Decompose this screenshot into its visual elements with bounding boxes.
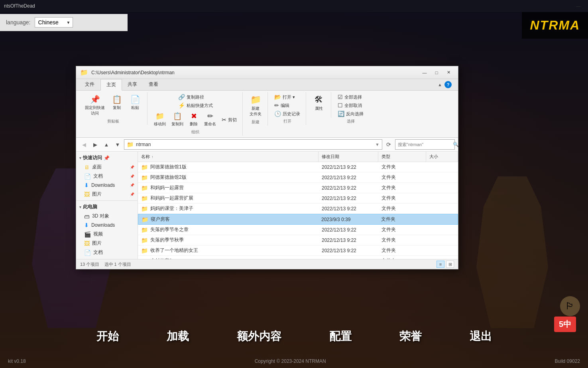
ribbon-collapse-icon[interactable]: ▲ [438, 82, 442, 87]
address-bar[interactable]: 📁 ntrman ▼ [124, 139, 382, 150]
ribbon-group-props: 🛠 属性 [307, 92, 331, 118]
file-row-3[interactable]: 📁 和妈妈一起露营 2022/12/13 9:22 文件夹 [138, 183, 458, 193]
ntrman-logo: NTRMA [522, 12, 588, 39]
file-date-6: 2023/9/3 0:39 [318, 215, 378, 224]
view-details-button[interactable]: ≡ [437, 261, 444, 268]
search-input[interactable] [398, 142, 453, 147]
menu-item-start[interactable]: 开始 [96, 329, 119, 344]
ribbon-tab-share[interactable]: 共享 [122, 79, 143, 90]
sidebar-item-desktop[interactable]: 🖥 桌面 📌 [76, 162, 138, 172]
flag-icon[interactable]: 🏳 [560, 296, 580, 316]
select-none-icon: ☐ [338, 102, 343, 109]
version-label: kit v0.18 [8, 358, 26, 364]
ribbon-btn-edit[interactable]: ✏ 编辑 [272, 101, 303, 109]
nav-up-button[interactable]: ▲ [102, 140, 111, 149]
sort-arrow-icon: ↑ [151, 155, 153, 159]
nav-forward-button[interactable]: ▶ [90, 140, 100, 149]
ribbon-btn-pin[interactable]: 📌 固定到快速访问 [83, 93, 107, 118]
file-row-2[interactable]: 📁 阿德莱德旅馆2版 2022/12/13 9:22 文件夹 [138, 172, 458, 183]
ribbon-btn-copy-to[interactable]: 📋 复制到 [169, 110, 186, 129]
sidebar-documents-label: 文档 [93, 173, 103, 180]
window-minimize-button[interactable]: — [419, 68, 430, 77]
view-large-icons-button[interactable]: ⊞ [446, 261, 454, 268]
ribbon-btn-new-folder[interactable]: 📁 新建文件夹 [247, 93, 264, 119]
sidebar-item-videos[interactable]: 🎬 视频 [76, 230, 138, 239]
sidebar-item-downloads-pc[interactable]: ⬇ Downloads [76, 221, 138, 230]
sidebar-item-documents-pc[interactable]: 📄 文档 [76, 248, 138, 257]
ribbon-btn-select-all[interactable]: ☑ 全部选择 [335, 93, 366, 101]
sidebar-section-quick-access[interactable]: ▾ 快速访问 📌 [76, 153, 138, 162]
menu-item-achievements[interactable]: 荣誉 [399, 329, 422, 344]
ribbon-btn-open[interactable]: 📂 打开 ▾ [272, 93, 303, 101]
file-row-6[interactable]: 📁 寝户房客 2023/9/3 0:39 文件夹 [138, 214, 458, 225]
ribbon-tab-file[interactable]: 文件 [79, 79, 100, 90]
pictures-pc-icon: 🖼 [84, 240, 90, 247]
sidebar-item-pictures[interactable]: 🖼 图片 📌 [76, 190, 138, 199]
ribbon-btn-copy[interactable]: 📋 复制 [108, 93, 126, 118]
col-header-type[interactable]: 类型 [378, 152, 426, 162]
file-row-9[interactable]: 📁 收养了一个地精的女王 2022/12/13 9:22 文件夹 [138, 245, 458, 256]
copy-icon: 📋 [112, 95, 122, 104]
bottom-status: kit v0.18 Copyright © 2023-2024 NTRMAN B… [0, 358, 588, 364]
language-selector: language: Chinese English Japanese [0, 14, 128, 31]
ribbon-btn-delete[interactable]: ✖ 删除 [187, 110, 201, 129]
file-row-7[interactable]: 📁 失落的季节冬之章 2022/12/13 9:22 文件夹 [138, 225, 458, 235]
window-maximize-button[interactable]: □ [431, 68, 442, 77]
pin-icon: 📌 [90, 95, 100, 104]
ribbon-btn-invert[interactable]: 🔄 反向选择 [335, 110, 366, 118]
file-date-1: 2022/12/13 9:22 [319, 163, 378, 172]
menu-item-load[interactable]: 加载 [167, 329, 189, 344]
quick-access-pin: 📌 [104, 155, 110, 161]
ribbon-btn-paste-shortcut[interactable]: ⚡ 粘贴快捷方式 [176, 101, 215, 109]
ribbon-help-button[interactable]: ? [444, 81, 452, 88]
nav-back-button[interactable]: ◀ [79, 140, 89, 149]
sidebar-videos-label: 视频 [93, 231, 103, 237]
address-chevron-icon[interactable]: ▼ [375, 142, 380, 147]
folder-icon-9: 📁 [141, 247, 148, 254]
bottom-menu: 开始 加载 额外内容 配置 荣誉 退出 [0, 329, 588, 344]
badge-5: 5中 [554, 317, 576, 332]
file-type-3: 文件夹 [378, 183, 426, 193]
nav-refresh-button[interactable]: ⟳ [384, 140, 393, 149]
ribbon-btn-select-none[interactable]: ☐ 全部取消 [335, 101, 366, 109]
sidebar-item-3d-objects[interactable]: 🗃 3D 对象 [76, 212, 138, 221]
ribbon-btn-paste[interactable]: 📄 粘贴 [126, 93, 144, 118]
sidebar-item-pictures-pc[interactable]: 🖼 图片 [76, 239, 138, 248]
file-name-1: 阿德莱德旅馆1版 [150, 164, 187, 170]
ribbon-btn-properties[interactable]: 🛠 属性 [310, 93, 328, 113]
this-pc-chevron: ▾ [79, 205, 81, 209]
menu-item-quit[interactable]: 退出 [470, 329, 492, 344]
col-header-name[interactable]: 名称 ↑ [138, 152, 319, 162]
ribbon-btn-history[interactable]: 🕒 历史记录 [272, 110, 303, 118]
address-text: ntrman [136, 142, 373, 147]
ribbon-tab-home[interactable]: 主页 [100, 79, 122, 91]
language-dropdown[interactable]: Chinese English Japanese [35, 17, 73, 28]
col-header-size[interactable]: 大小 [426, 152, 458, 162]
file-row-4[interactable]: 📁 和妈妈一起露营扩展 2022/12/13 9:22 文件夹 [138, 193, 458, 204]
sidebar-item-documents[interactable]: 📄 文档 📌 [76, 172, 138, 181]
sidebar-section-this-pc[interactable]: ▾ 此电脑 [76, 202, 138, 212]
ribbon-btn-rename[interactable]: ✏ 重命名 [202, 110, 218, 129]
file-row-8[interactable]: 📁 失落的季节秋季 2022/12/13 9:22 文件夹 [138, 235, 458, 245]
col-header-date[interactable]: 修改日期 [319, 152, 378, 162]
copy-path-icon: 🔗 [178, 94, 185, 100]
menu-item-extra[interactable]: 额外内容 [237, 329, 281, 344]
minimize-button[interactable]: — [573, 2, 584, 10]
file-row-10[interactable]: 📁 乡村的家1 2022/12/13 9:22 文件夹 [138, 256, 458, 259]
file-size-5 [426, 207, 458, 210]
nav-recent-button[interactable]: ▼ [113, 140, 122, 149]
file-row-5[interactable]: 📁 妈妈的课堂：美津子 2022/12/13 9:22 文件夹 [138, 204, 458, 214]
menu-item-config[interactable]: 配置 [329, 329, 352, 344]
ribbon-tab-view[interactable]: 查看 [143, 79, 164, 90]
quick-access-chevron: ▾ [79, 156, 81, 160]
language-label: language: [6, 19, 31, 26]
documents-pin-icon: 📌 [130, 174, 134, 178]
sidebar-item-downloads[interactable]: ⬇ Downloads 📌 [76, 181, 138, 190]
ribbon-btn-move-to[interactable]: 📁 移动到 [151, 110, 168, 129]
file-row-1[interactable]: 📁 阿德莱德旅馆1版 2022/12/13 9:22 文件夹 [138, 162, 458, 172]
ribbon-btn-copy-path[interactable]: 🔗 复制路径 [176, 93, 215, 101]
new-folder-icon: 📁 [250, 95, 261, 105]
window-close-button[interactable]: ✕ [443, 68, 454, 77]
window-titlebar: 📁 C:\Users\Administrator\Desktop\ntrman … [76, 66, 458, 79]
ribbon-btn-cut[interactable]: ✂ 剪切 [219, 111, 239, 129]
